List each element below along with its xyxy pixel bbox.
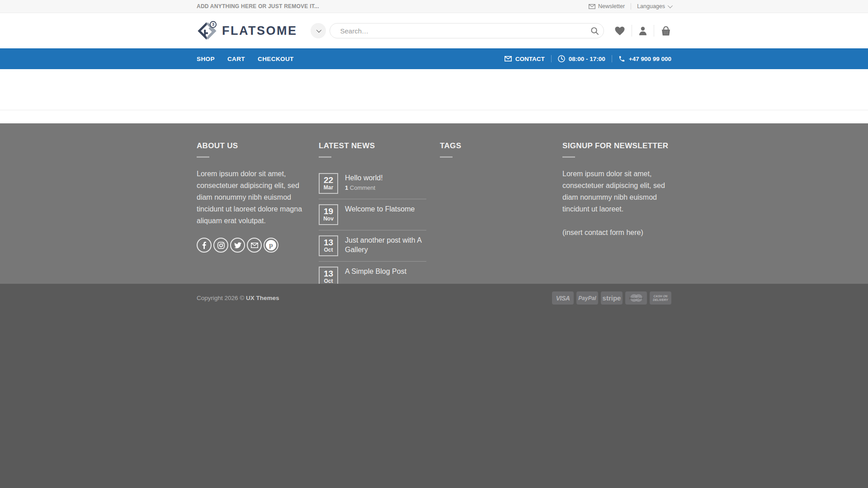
instagram-button[interactable]: [213, 238, 228, 253]
payment-icons: VISA PayPal stripe MasterCard CASH ON DE…: [552, 291, 671, 305]
twitter-button[interactable]: [230, 238, 245, 253]
flatsome-logo-mark: 3: [197, 20, 217, 42]
mastercard-icon: MasterCard: [625, 291, 647, 305]
copyright-text: Copyright 2026 ©: [197, 295, 246, 301]
widget-rule: [197, 156, 209, 158]
twitter-icon: [234, 242, 241, 249]
paypal-icon: PayPal: [576, 291, 598, 305]
post-date: 19 Nov: [319, 204, 338, 225]
post-title-link[interactable]: A Simple Blog Post: [345, 267, 406, 276]
widget-rule: [440, 156, 453, 158]
post-title-link[interactable]: Just another post with A Gallery: [345, 235, 426, 254]
copyright-brand: UX Themes: [246, 295, 279, 301]
copyright: Copyright 2026 © UX Themes: [197, 295, 279, 301]
footer-widgets: ABOUT US Lorem ipsum dolor sit amet, con…: [0, 123, 868, 284]
page-content: [0, 69, 868, 123]
post-month: Nov: [320, 216, 337, 222]
phone-link[interactable]: +47 900 99 000: [618, 56, 671, 62]
cash-on-delivery-icon: CASH ON DELIVERY: [650, 291, 671, 305]
top-bar: ADD ANYTHING HERE OR JUST REMOVE IT... N…: [0, 0, 868, 13]
nav-item-cart[interactable]: CART: [227, 56, 245, 62]
signup-note: (insert contact form here): [562, 227, 671, 239]
content-divider: [0, 110, 868, 110]
widget-title: SIGNUP FOR NEWSLETTER: [562, 141, 671, 150]
nav-divider: [551, 55, 552, 62]
hours-label: 08:00 - 17:00: [569, 56, 605, 62]
search-submit-button[interactable]: [587, 24, 602, 38]
phone-number: +47 900 99 000: [629, 56, 671, 62]
cod-line2: DELIVERY: [653, 298, 668, 302]
absolute-footer: Copyright 2026 © UX Themes VISA PayPal s…: [0, 284, 868, 488]
logo-text: FLATSOME: [222, 24, 297, 38]
post-day: 13: [320, 269, 337, 278]
heart-icon: [614, 26, 625, 36]
post-comments-link[interactable]: 1 Comment: [345, 184, 383, 191]
opening-hours: 08:00 - 17:00: [558, 55, 605, 62]
main-nav: SHOP CART CHECKOUT CONTACT: [0, 48, 868, 69]
about-text: Lorem ipsum dolor sit amet, consectetuer…: [197, 168, 305, 227]
topbar-message: ADD ANYTHING HERE OR JUST REMOVE IT...: [197, 3, 319, 9]
pinterest-button[interactable]: p: [264, 238, 278, 253]
post-title-link[interactable]: Hello world!: [345, 173, 383, 183]
languages-dropdown[interactable]: Languages: [637, 3, 671, 9]
email-button[interactable]: [247, 238, 262, 253]
latest-news-item: 13 Oct Just another post with A Gallery: [319, 230, 426, 261]
facebook-button[interactable]: [197, 238, 212, 253]
mastercard-label: MasterCard: [625, 297, 647, 300]
cart-button[interactable]: [654, 26, 671, 36]
post-month: Oct: [320, 247, 337, 253]
widget-title: LATEST NEWS: [319, 141, 426, 150]
latest-news-item: 19 Nov Welcome to Flatsome: [319, 199, 426, 230]
post-title-link[interactable]: Welcome to Flatsome: [345, 204, 415, 214]
languages-label: Languages: [637, 3, 665, 9]
footer-col-signup: SIGNUP FOR NEWSLETTER Lorem ipsum dolor …: [562, 141, 671, 292]
cod-line1: CASH ON: [654, 295, 668, 298]
widget-title: TAGS: [440, 141, 549, 150]
phone-icon: [618, 56, 625, 62]
post-date: 13 Oct: [319, 235, 338, 256]
search-icon: [590, 27, 599, 35]
post-month: Mar: [320, 184, 337, 191]
site-header: 3 FLATSOME: [0, 13, 868, 48]
post-date: 22 Mar: [319, 173, 338, 194]
envelope-icon: [505, 56, 512, 61]
search-category-select[interactable]: [311, 23, 326, 38]
newsletter-link[interactable]: Newsletter: [589, 3, 625, 9]
footer-col-latest-news: LATEST NEWS 22 Mar Hello world! 1 Commen…: [319, 141, 440, 292]
newsletter-label: Newsletter: [598, 3, 625, 9]
pinterest-icon: p: [266, 240, 276, 250]
post-day: 22: [320, 176, 337, 184]
email-icon: [251, 243, 258, 248]
nav-item-checkout[interactable]: CHECKOUT: [258, 56, 294, 62]
clock-icon: [558, 55, 565, 62]
nav-item-shop[interactable]: SHOP: [197, 56, 215, 62]
footer-col-tags: TAGS: [440, 141, 562, 292]
visa-icon: VISA: [552, 291, 574, 305]
search-input[interactable]: [330, 23, 604, 38]
post-day: 13: [320, 238, 337, 247]
latest-news-item: 22 Mar Hello world! 1 Comment: [319, 168, 426, 199]
comment-label: Comment: [348, 184, 375, 191]
contact-label: CONTACT: [515, 56, 545, 62]
page: ADD ANYTHING HERE OR JUST REMOVE IT... N…: [0, 0, 868, 488]
widget-rule: [319, 156, 331, 158]
chevron-down-icon: [316, 28, 321, 33]
user-icon: [638, 26, 647, 36]
nav-divider: [612, 55, 612, 62]
basket-icon: [660, 26, 671, 36]
svg-text:3: 3: [212, 22, 214, 27]
widget-rule: [562, 156, 575, 158]
nav-contact-link[interactable]: CONTACT: [505, 56, 545, 62]
post-day: 19: [320, 207, 337, 216]
search-form: [330, 23, 604, 38]
site-logo[interactable]: 3 FLATSOME: [197, 20, 297, 42]
wishlist-button[interactable]: [608, 26, 632, 36]
account-button[interactable]: [632, 26, 654, 36]
footer-col-about: ABOUT US Lorem ipsum dolor sit amet, con…: [197, 141, 319, 292]
stripe-icon: stripe: [601, 291, 623, 305]
topbar-divider: [631, 3, 631, 9]
widget-title: ABOUT US: [197, 141, 305, 150]
facebook-icon: [202, 242, 206, 249]
signup-text: Lorem ipsum dolor sit amet, consectetuer…: [562, 168, 671, 215]
chevron-down-icon: [668, 3, 673, 8]
